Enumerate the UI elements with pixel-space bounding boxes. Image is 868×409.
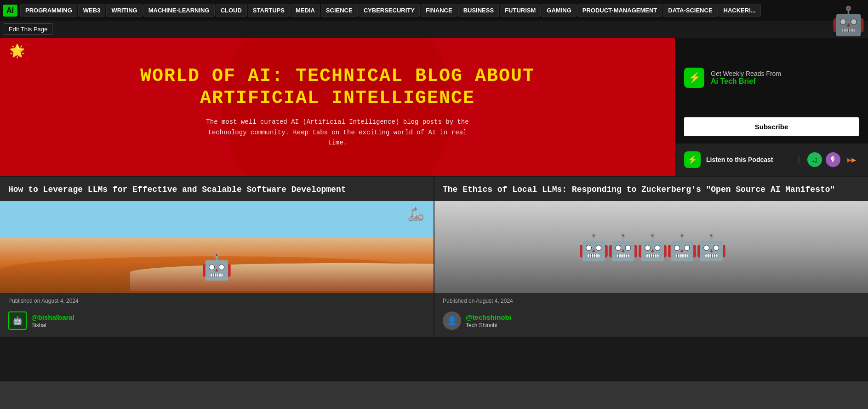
- subscribe-button[interactable]: Subscribe: [684, 117, 859, 136]
- nav-bar: AI PROGRAMMING WEB3 WRITING MACHINE-LEAR…: [0, 0, 868, 21]
- newsletter-section: ⚡ Get Weekly Reads From Ai Tech Brief: [675, 38, 868, 117]
- podcast-label: Listen to this Podcast: [706, 156, 791, 163]
- newsletter-get-text: Get Weekly Reads From: [711, 70, 781, 77]
- podcast-divider: |: [798, 156, 800, 164]
- spotify-icon[interactable]: ♫: [807, 152, 822, 167]
- hero-sidebar: ⚡ Get Weekly Reads From Ai Tech Brief Su…: [675, 38, 868, 176]
- podcast-section: ⚡ Listen to this Podcast | ♫ 🎙 ▶▶: [675, 144, 868, 176]
- author-2-name: Tech Shinobi: [466, 322, 511, 328]
- hero-main: 🌟 WORLD OF AI: TECHNICAL BLOG ABOUT ARTI…: [0, 38, 675, 176]
- nav-item-writing[interactable]: WRITING: [106, 4, 142, 17]
- podcast-icon: ⚡: [684, 151, 701, 168]
- nav-item-business[interactable]: BUSINESS: [458, 4, 499, 17]
- article-1-title: How to Leverage LLMs for Effective and S…: [0, 177, 434, 201]
- nav-item-ml[interactable]: MACHINE-LEARNING: [143, 4, 215, 17]
- nav-item-gaming[interactable]: GAMING: [542, 4, 576, 17]
- nav-item-hacker[interactable]: HACKERI...: [719, 4, 761, 17]
- robot-image-emoji: 🤖: [201, 252, 233, 282]
- newsletter-name: Ai Tech Brief: [711, 77, 781, 86]
- nav-item-web3[interactable]: WEB3: [78, 4, 106, 17]
- article-2-image: 🤖🤖🤖🤖🤖 🤖: [434, 201, 868, 293]
- author-1-name: Bishal: [31, 322, 74, 328]
- author-1-handle[interactable]: @bishalbaral: [31, 313, 74, 321]
- article-1-image: 🤖 🦾: [0, 201, 434, 293]
- nav-item-data-science[interactable]: DATA-SCIENCE: [663, 4, 717, 17]
- nav-item-finance[interactable]: FINANCE: [421, 4, 457, 17]
- newsletter-text: Get Weekly Reads From Ai Tech Brief: [711, 70, 781, 86]
- nav-item-futurism[interactable]: FUTURISM: [500, 4, 541, 17]
- apple-podcast-icon[interactable]: 🎙: [826, 152, 840, 167]
- author-1-avatar: 🤖: [8, 311, 27, 330]
- author-2-avatar: 👤: [443, 311, 461, 330]
- hero-section: 🌟 WORLD OF AI: TECHNICAL BLOG ABOUT ARTI…: [0, 38, 868, 176]
- ai-nav-badge[interactable]: AI: [3, 5, 17, 17]
- nav-item-science[interactable]: SCIENCE: [321, 4, 358, 17]
- author-2-handle[interactable]: @techshinobi: [466, 313, 511, 321]
- google-podcast-icon[interactable]: ▶▶: [844, 152, 859, 167]
- second-robot-emoji: 🦾: [407, 206, 424, 222]
- nav-item-media[interactable]: MEDIA: [291, 4, 320, 17]
- nav-item-cybersecurity[interactable]: CYBERSECURITY: [359, 4, 420, 17]
- article-card-2[interactable]: The Ethics of Local LLMs: Responding to …: [434, 177, 868, 337]
- article-card-1[interactable]: How to Leverage LLMs for Effective and S…: [0, 177, 434, 337]
- article-2-title: The Ethics of Local LLMs: Responding to …: [434, 177, 868, 201]
- article-1-author: 🤖 @bishalbaral Bishal: [0, 308, 434, 337]
- nav-item-product-mgmt[interactable]: PRODUCT-MANAGEMENT: [577, 4, 662, 17]
- podcast-platform-icons: ♫ 🎙 ▶▶: [807, 152, 859, 167]
- article-1-date: Published on August 4, 2024: [0, 293, 434, 308]
- nav-item-startups[interactable]: STARTUPS: [248, 4, 290, 17]
- nav-item-programming[interactable]: PROGRAMMING: [20, 4, 77, 17]
- article-2-date: Published on August 4, 2024: [434, 293, 868, 308]
- newsletter-icon: ⚡: [684, 68, 704, 88]
- article-2-author: 👤 @techshinobi Tech Shinobi: [434, 308, 868, 337]
- hero-logo-icon: 🌟: [9, 43, 25, 58]
- hero-subtitle: The most well curated AI (Artificial Int…: [204, 117, 471, 148]
- edit-page-button[interactable]: Edit This Page: [4, 23, 52, 35]
- hero-title: WORLD OF AI: TECHNICAL BLOG ABOUT ARTIFI…: [140, 65, 535, 109]
- articles-grid: How to Leverage LLMs for Effective and S…: [0, 177, 868, 337]
- nav-item-cloud[interactable]: CLOUD: [216, 4, 247, 17]
